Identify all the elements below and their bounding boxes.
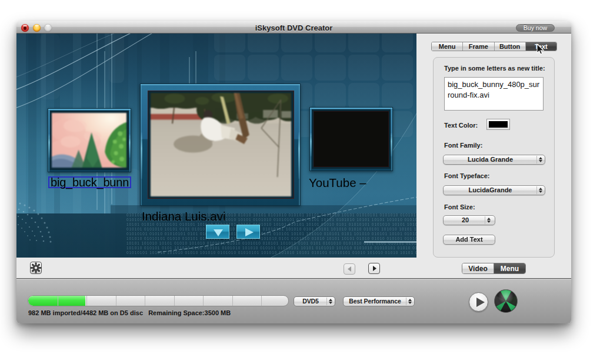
- svg-text:101010 01010101 01010 010101: 101010 01010101 01010 010101 01010101 10…: [126, 236, 416, 241]
- svg-text:01010101 01010 01010101 0101: 01010101 01010 01010101 0101 01010 01010…: [126, 232, 416, 236]
- svg-text:010101 0101010 10101 0101 0101: 010101 0101010 10101 0101 0101010 10101 …: [126, 227, 416, 231]
- svg-text:10101 01010 01010101 010101 1: 10101 01010 01010101 010101 101010 01010…: [126, 222, 416, 226]
- svg-text:101010 010101 0101 101010 0101: 101010 010101 0101 101010 0101 010101 01…: [126, 246, 416, 250]
